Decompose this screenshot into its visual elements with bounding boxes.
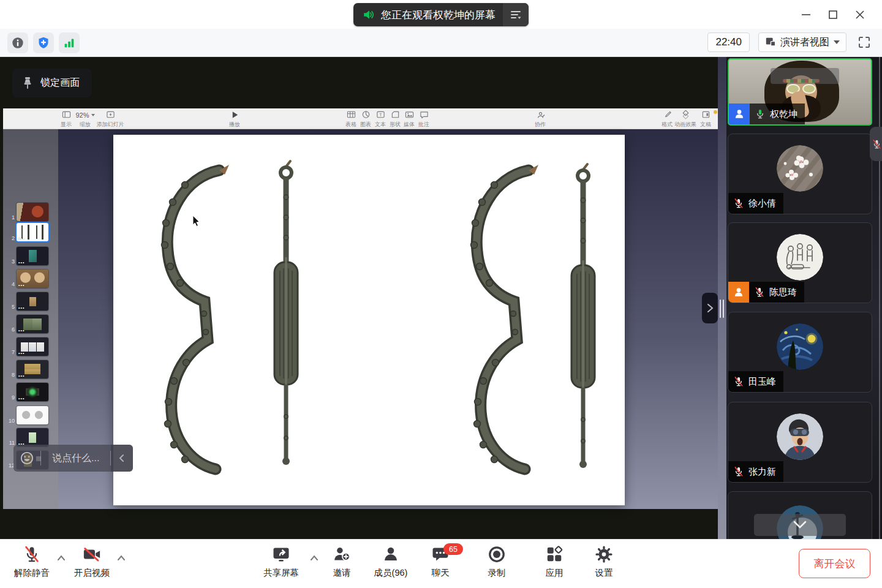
participants-sidebar: 权乾坤 <box>726 57 882 539</box>
slide-thumbnail-5[interactable]: ••• <box>17 292 48 311</box>
view-mode-dropdown[interactable]: 演讲者视图 <box>758 32 846 52</box>
chevron-left-icon <box>118 454 126 462</box>
panel-resize-divider[interactable] <box>718 57 726 539</box>
build-dots: ••• <box>18 352 24 355</box>
fullscreen-icon <box>857 35 872 50</box>
meeting-info-button[interactable] <box>7 32 28 53</box>
gear-icon <box>595 545 613 564</box>
avatar <box>777 413 823 460</box>
emoji-button[interactable] <box>13 451 40 466</box>
collapse-chat-button[interactable] <box>111 445 133 472</box>
build-dots: ••• <box>18 374 24 378</box>
collapse-participants-button[interactable] <box>754 514 846 536</box>
video-tile[interactable]: 张力新 <box>728 402 872 483</box>
chat-input-placeholder[interactable]: 说点什么... <box>41 452 110 465</box>
shared-app-toolbar: 显示 92% 缩放 添加幻灯片 播放 表格 图表 <box>3 108 718 129</box>
video-tile[interactable]: 田玉峰 <box>728 312 872 393</box>
close-button[interactable] <box>846 4 873 25</box>
slide-number: 5 <box>7 304 15 310</box>
minimize-button[interactable] <box>793 4 820 25</box>
build-dots: ••• <box>18 306 24 310</box>
kn-add-slide-label: 添加幻灯片 <box>97 121 124 129</box>
mic-muted-icon <box>23 545 41 564</box>
slide-thumbnail-8[interactable]: ••• <box>17 360 48 379</box>
statusbar-right: 22:40 演讲者视图 <box>707 32 873 52</box>
meeting-statusbar: 22:40 演讲者视图 <box>0 29 882 57</box>
mic-muted-icon <box>733 466 744 477</box>
unmute-label: 解除静音 <box>14 567 50 579</box>
current-slide <box>113 135 625 505</box>
camera-muted-icon <box>83 545 101 564</box>
slide-number: 7 <box>7 349 15 355</box>
fullscreen-button[interactable] <box>855 33 873 51</box>
leave-meeting-button[interactable]: 离开会议 <box>799 549 870 578</box>
security-button[interactable] <box>33 32 54 53</box>
view-mode-label: 演讲者视图 <box>780 36 829 49</box>
slide-thumbnail-6[interactable]: ••• <box>17 315 48 333</box>
presenter-badge-icon <box>729 104 750 124</box>
share-screen-button[interactable]: 共享屏幕 <box>247 545 315 579</box>
mouse-cursor <box>192 215 202 227</box>
slide-thumbnail-4[interactable]: ••• <box>17 270 48 288</box>
mic-muted-icon <box>733 198 744 209</box>
slide-thumbnail-1[interactable] <box>17 203 48 221</box>
shield-plus-icon <box>37 36 50 50</box>
video-tile[interactable]: 徐小倩 <box>728 134 872 214</box>
build-dots: ••• <box>18 237 24 241</box>
resize-handle[interactable] <box>720 300 724 318</box>
maximize-button[interactable] <box>820 4 846 25</box>
slide-thumbnail-2-selected[interactable]: ••• <box>17 223 48 241</box>
slide-thumbnail-7[interactable]: ••• <box>17 337 48 356</box>
members-icon <box>382 545 400 564</box>
kn-collaborate-button[interactable]: 协作 <box>523 110 557 129</box>
tile-label: 陈思琦 <box>728 282 804 303</box>
banner-menu-button[interactable] <box>503 3 529 26</box>
participant-name: 权乾坤 <box>770 108 797 120</box>
video-options-chevron[interactable] <box>115 552 127 564</box>
video-tile-speaker[interactable]: 权乾坤 <box>728 58 872 126</box>
kn-play-button[interactable]: 播放 <box>217 110 252 129</box>
kn-comment-label: 批注 <box>418 121 429 129</box>
build-dots: ••• <box>18 397 24 401</box>
slide-thumbnail-11[interactable]: ••• <box>17 428 48 447</box>
settings-button[interactable]: 设置 <box>570 545 638 579</box>
slide-thumbnail-3[interactable]: ••• <box>17 247 48 265</box>
kn-comment-button[interactable]: 批注 <box>407 110 441 129</box>
watching-label: 您正在观看权乾坤的屏幕 <box>381 8 496 22</box>
kn-document-label: 文稿 <box>700 121 711 129</box>
mic-on-icon <box>755 108 766 119</box>
meeting-time: 22:40 <box>715 36 742 48</box>
slide-canvas <box>58 129 718 509</box>
slide-number: 2 <box>7 235 15 241</box>
slide-number: 3 <box>7 258 15 265</box>
video-tile-partial[interactable] <box>728 491 872 539</box>
expand-panel-tab[interactable] <box>702 293 718 323</box>
bronze-artifacts-image <box>113 135 625 505</box>
slide-thumbnail-10[interactable] <box>17 406 48 424</box>
kn-zoom-value: 92% <box>75 111 89 119</box>
member-badge-icon <box>728 282 749 303</box>
mic-muted-icon <box>754 287 765 298</box>
avatar <box>777 234 823 281</box>
watching-banner[interactable]: 您正在观看权乾坤的屏幕 <box>353 3 529 26</box>
participant-name: 田玉峰 <box>748 376 776 388</box>
chevron-right-icon <box>706 303 714 313</box>
apps-label: 应用 <box>546 567 564 579</box>
participant-name: 陈思琦 <box>769 287 797 298</box>
kn-play-label: 播放 <box>229 121 240 129</box>
lock-view-button[interactable]: 锁定画面 <box>12 69 92 97</box>
update-dot <box>714 110 717 114</box>
tile-label: 权乾坤 <box>729 104 805 124</box>
quick-chat-bar[interactable]: 说点什么... <box>13 445 133 472</box>
mic-muted-icon <box>733 376 744 387</box>
network-button[interactable] <box>59 32 80 53</box>
slide-thumbnail-9[interactable]: ••• <box>17 383 48 401</box>
kn-add-slide-button[interactable]: 添加幻灯片 <box>91 110 130 129</box>
video-tile[interactable]: 陈思琦 <box>728 222 872 303</box>
docked-mic-panel[interactable] <box>870 127 882 161</box>
invite-icon <box>333 545 351 564</box>
record-label: 录制 <box>488 567 506 579</box>
chevron-down-icon <box>792 520 808 530</box>
build-dots: ••• <box>18 284 24 287</box>
list-caret-icon <box>510 9 522 20</box>
